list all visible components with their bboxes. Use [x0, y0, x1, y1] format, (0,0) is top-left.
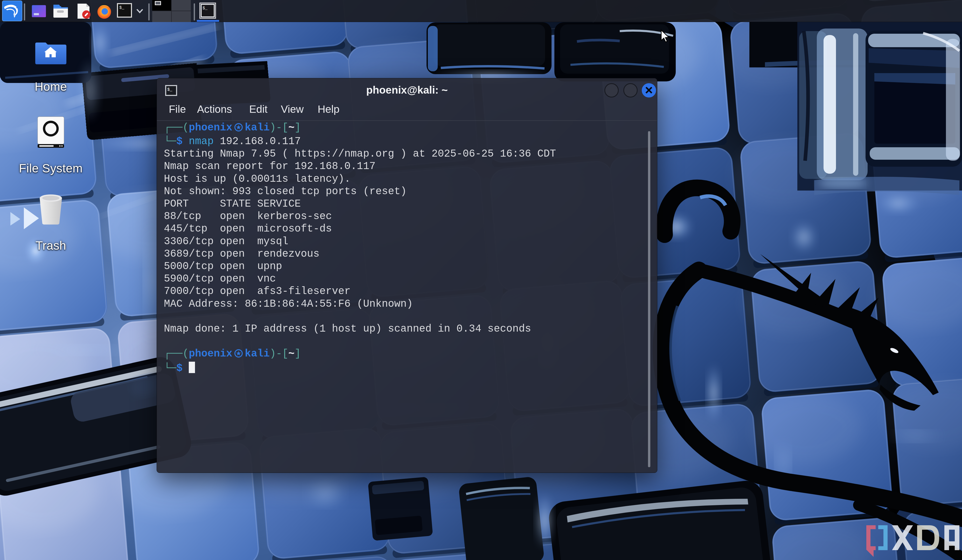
svg-text:$_: $_ — [202, 6, 208, 11]
svg-text:$_: $_ — [119, 5, 124, 10]
